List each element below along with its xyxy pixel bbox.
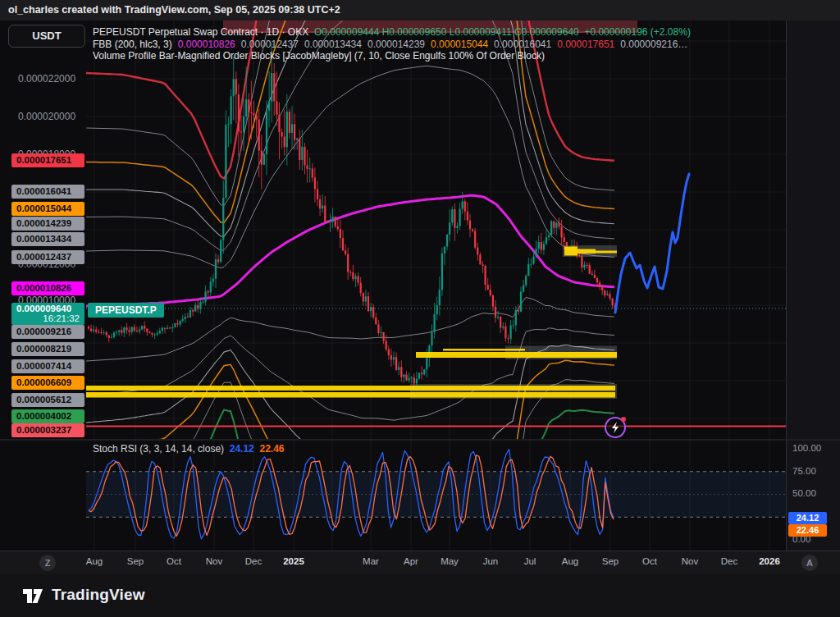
low-value: 0.000009411 [454,26,511,38]
symbol-legend-row[interactable]: PEPEUSDT Perpetual Swap Contract · 1D · … [93,26,691,39]
lightning-marker [605,417,626,437]
stoch-axis-label: 75.00 [792,466,816,476]
legend: PEPEUSDT Perpetual Swap Contract · 1D · … [93,26,691,62]
stoch-d-value: 22.46 [259,443,284,455]
price-level-badge: 0.000009216 [11,325,84,339]
stoch-value-badge: 22.46 [788,524,827,537]
tradingview-logo-icon [21,583,44,606]
price-level-badge: 0.000008219 [11,342,84,356]
symbol-tag: PEPEUSDT.P [88,303,164,318]
fbb-band-value: 0.000017651 [557,39,614,50]
time-axis-label: Mar [363,556,379,566]
price-level-badge: 0.000017651 [11,153,84,167]
time-axis-label: Apr [404,556,418,566]
attribution-text: ol_charles created with TradingView.com,… [8,4,340,16]
stoch-title: Stoch RSI (3, 3, 14, 14, close) [93,443,224,455]
volume-profile-legend-row[interactable]: Volume Profile Bar-Magnified Order Block… [93,50,691,62]
time-axis-label: 2026 [759,556,780,566]
time-axis-label: Nov [682,556,698,566]
fbb-band-value: 0.000015044 [431,39,488,50]
price-level-badge: 0.000015044 [11,202,84,216]
tradingview-logo[interactable]: TradingView [21,583,145,606]
stoch-axis-label: 50.00 [792,488,816,498]
price-level-badge: 0.000006609 [11,376,84,390]
tradingview-logo-text: TradingView [52,586,145,604]
fbb-legend-row[interactable]: FBB (200, hlc3, 3)0.0000108260.000012437… [93,39,691,51]
time-axis-label: Jul [524,556,536,566]
time-axis-label: Jun [483,556,499,566]
fbb-band-value: 0.000013434 [304,39,362,50]
price-level-badge: 0.000003237 [11,423,84,437]
time-axis-label: Aug [86,556,103,566]
stoch-value-badge: 24.12 [788,512,827,524]
tradingview-window: ol_charles created with TradingView.com,… [0,0,840,617]
volume-profile-title: Volume Profile Bar-Magnified Order Block… [93,50,545,62]
price-level-badge: 0.000012437 [11,250,84,264]
time-axis-label: Aug [562,556,578,566]
time-axis-label: 2025 [283,556,304,566]
zoom-reset-button[interactable]: Z [39,555,56,571]
time-axis-label: Sep [127,556,144,566]
symbol-title: PEPEUSDT Perpetual Swap Contract · 1D · … [93,26,308,38]
time-axis-label: Dec [721,556,737,566]
bar-countdown: 16:21:32 [16,313,80,323]
stoch-axis-label: 100.00 [792,443,821,453]
price-level-badge: 0.000005612 [11,393,84,407]
fbb-band-value: 0.000012437 [241,39,299,50]
close-value: 0.000009640 [522,26,579,38]
price-level-badge: 0.000004002 [11,409,84,423]
change-value: +0.000000196 [584,26,647,38]
price-level-badge: 0.000014239 [11,217,84,231]
price-axis-label: 0.000022000 [18,73,75,85]
fbb-band-value: 0.000014239 [368,39,425,50]
time-axis-label: Dec [245,556,262,566]
stoch-k-value: 24.12 [230,443,254,455]
current-price-badge: 0.000009640 16:21:32 [11,303,84,325]
price-level-badge: 0.000007414 [11,359,84,373]
price-level-badge: 0.000013434 [11,232,84,246]
price-level-badge: 0.000016041 [11,185,84,199]
attribution-bar: ol_charles created with TradingView.com,… [0,0,840,21]
current-price-value: 0.000009640 [16,304,80,313]
high-value: 0.000009650 [389,26,446,38]
fbb-band-value: 0.000016041 [494,39,551,50]
change-percent: (+2.08%) [651,26,691,38]
time-axis-label: Oct [167,556,181,566]
fbb-title: FBB (200, hlc3, 3) [93,39,172,50]
time-axis-label: Oct [642,556,657,566]
stoch-legend-row[interactable]: Stoch RSI (3, 3, 14, 14, close) 24.12 22… [93,443,284,455]
auto-fit-button[interactable]: A [801,555,818,571]
open-value: 0.000009444 [322,26,379,38]
fbb-band-value: 0.000010826 [178,39,235,50]
price-level-badge: 0.000010826 [11,281,84,295]
time-axis-label: Nov [206,556,222,566]
price-axis-label: 0.000020000 [18,111,75,122]
currency-button[interactable]: USDT [8,25,85,48]
time-axis-label: May [441,556,459,566]
fbb-band-value: 0.000009216… [620,39,687,50]
time-axis[interactable] [0,551,840,574]
time-axis-label: Sep [602,556,619,566]
